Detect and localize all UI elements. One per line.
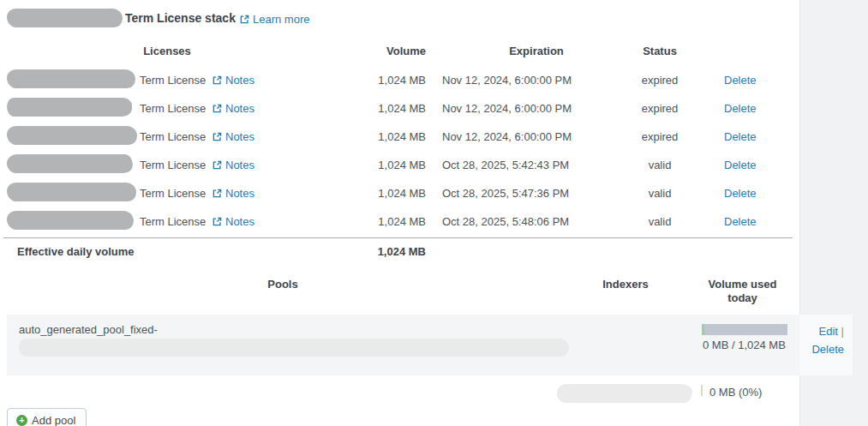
redacted-license-name <box>7 211 134 230</box>
license-status: valid <box>600 159 720 171</box>
table-row: Term License Notes 1,024 MB Nov 12, 2024… <box>0 66 799 94</box>
license-expiration: Oct 28, 2025, 5:47:36 PM <box>426 187 600 200</box>
notes-link[interactable]: Notes <box>213 159 254 171</box>
stack-title: Term License stack <box>125 11 236 25</box>
notes-link[interactable]: Notes <box>213 130 254 143</box>
licenses-table-body: Term License Notes 1,024 MB Nov 12, 2024… <box>0 66 799 236</box>
license-usage-page: Term License stack Learn more Licenses V… <box>0 0 868 426</box>
external-link-icon <box>213 216 222 229</box>
pool-volume-used-value: 0 MB / 1,024 MB <box>703 338 790 352</box>
external-link-icon <box>213 188 222 201</box>
notes-link-label: Notes <box>225 130 254 143</box>
column-header-pools: Pools <box>0 278 566 291</box>
delete-license-link[interactable]: Delete <box>724 130 757 143</box>
table-divider <box>3 237 793 238</box>
column-header-expiration: Expiration <box>426 45 600 57</box>
license-status: valid <box>600 187 720 200</box>
license-status: expired <box>600 130 720 143</box>
external-link-icon <box>213 75 222 87</box>
column-header-indexers: Indexers <box>566 278 685 291</box>
license-expiration: Nov 12, 2024, 6:00:00 PM <box>426 74 600 87</box>
license-expiration: Nov 12, 2024, 6:00:00 PM <box>426 130 600 143</box>
edit-pool-link[interactable]: Edit <box>819 325 838 338</box>
license-volume: 1,024 MB <box>287 102 426 115</box>
column-header-status: Status <box>600 45 720 57</box>
external-link-icon <box>240 14 249 27</box>
notes-link-label: Notes <box>225 102 254 115</box>
redacted-license-name <box>7 98 132 117</box>
license-type-label: Term License <box>133 159 206 171</box>
column-header-volume-used-today: Volume used today <box>702 278 784 305</box>
pool-usage-bar <box>702 324 787 335</box>
pool-actions-cell: Edit | Delete <box>799 315 853 375</box>
table-row: Term License Notes 1,024 MB Nov 12, 2024… <box>0 123 799 151</box>
delete-license-link[interactable]: Delete <box>724 215 757 228</box>
license-volume: 1,024 MB <box>287 74 426 87</box>
license-type-label: Term License <box>133 74 206 87</box>
table-row: Term License Notes 1,024 MB Nov 12, 2024… <box>0 94 799 123</box>
table-row: Term License Notes 1,024 MB Oct 28, 2025… <box>0 179 799 207</box>
effective-daily-volume-label: Effective daily volume <box>17 245 135 258</box>
total-usage-tick <box>701 385 703 396</box>
table-row: Term License Notes 1,024 MB Oct 28, 2025… <box>0 151 799 179</box>
action-separator: | <box>841 325 844 338</box>
license-type-label: Term License <box>133 130 206 143</box>
plus-circle-icon: + <box>16 415 27 426</box>
learn-more-link[interactable]: Learn more <box>240 13 309 26</box>
license-status: expired <box>600 102 720 115</box>
notes-link[interactable]: Notes <box>213 102 254 115</box>
external-link-icon <box>213 103 222 116</box>
delete-license-link[interactable]: Delete <box>724 159 757 171</box>
redacted-license-name <box>7 154 133 173</box>
redacted-license-name <box>7 183 136 201</box>
notes-link-label: Notes <box>225 159 254 171</box>
redacted-license-name <box>7 126 137 145</box>
learn-more-label: Learn more <box>253 13 309 26</box>
table-row: Term License Notes 1,024 MB Oct 28, 2025… <box>0 207 799 236</box>
notes-link-label: Notes <box>225 74 254 87</box>
license-volume: 1,024 MB <box>287 130 426 143</box>
delete-license-link[interactable]: Delete <box>724 187 757 200</box>
license-volume: 1,024 MB <box>287 215 426 228</box>
total-volume-used-value: 0 MB (0%) <box>709 386 762 399</box>
add-pool-button[interactable]: + Add pool <box>7 408 87 426</box>
license-type-label: Term License <box>133 102 206 115</box>
add-pool-button-label: Add pool <box>32 414 75 426</box>
notes-link-label: Notes <box>225 215 254 228</box>
license-type-label: Term License <box>133 215 206 228</box>
notes-link[interactable]: Notes <box>213 215 254 228</box>
license-status: expired <box>600 74 720 87</box>
notes-link-label: Notes <box>225 187 254 200</box>
pools-table-header: Pools Indexers Volume used today <box>0 278 799 305</box>
license-volume: 1,024 MB <box>287 159 426 171</box>
column-header-volume: Volume <box>287 45 426 57</box>
effective-daily-volume-value: 1,024 MB <box>287 245 426 258</box>
delete-license-link[interactable]: Delete <box>724 74 757 87</box>
delete-license-link[interactable]: Delete <box>724 102 757 115</box>
license-type-label: Term License <box>133 187 206 200</box>
license-status: valid <box>600 215 720 228</box>
external-link-icon <box>213 131 222 144</box>
license-expiration: Oct 28, 2025, 5:48:06 PM <box>426 215 600 228</box>
notes-link[interactable]: Notes <box>213 74 254 87</box>
pool-name: auto_generated_pool_fixed- <box>19 323 158 336</box>
pool-usage-bar-fill <box>702 324 704 335</box>
external-link-icon <box>213 159 222 172</box>
pools-total-row: 0 MB (0%) <box>0 381 799 405</box>
redacted-pool-name-suffix <box>19 339 569 357</box>
redacted-stack-name <box>7 9 123 27</box>
column-header-licenses: Licenses <box>0 45 287 57</box>
redacted-license-name <box>7 69 135 88</box>
redacted-indexer-info <box>557 384 692 403</box>
licenses-table-header: Licenses Volume Expiration Status <box>0 45 799 57</box>
pool-row: auto_generated_pool_fixed- 0 MB / 1,024 … <box>7 315 799 375</box>
notes-link[interactable]: Notes <box>213 187 254 200</box>
delete-pool-link[interactable]: Delete <box>811 343 844 356</box>
license-volume: 1,024 MB <box>287 187 426 200</box>
license-expiration: Oct 28, 2025, 5:42:43 PM <box>426 159 600 171</box>
license-expiration: Nov 12, 2024, 6:00:00 PM <box>426 102 600 115</box>
